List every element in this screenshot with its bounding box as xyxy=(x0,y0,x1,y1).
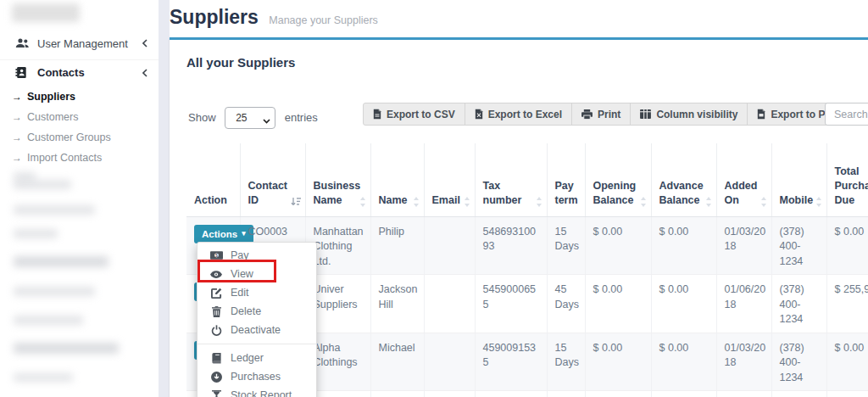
cell-mobile: (378) 400-1234 xyxy=(771,275,826,333)
redacted-content xyxy=(14,343,119,354)
actions-label: Actions xyxy=(202,229,237,239)
export-excel-button[interactable]: Export to Excel xyxy=(465,103,572,126)
column-header-pay-term: Pay term xyxy=(547,143,585,216)
cell-tax-number: 52965489001 xyxy=(475,391,547,397)
button-label: Print xyxy=(598,109,620,120)
arrow-right-icon: → xyxy=(12,131,22,143)
cell-total-purchase-due: $ 0.00 xyxy=(826,391,868,397)
column-visibility-button[interactable]: Column visibility xyxy=(630,103,748,126)
menu-item-label: Purchases xyxy=(231,371,281,383)
cell-total-purchase-due: $ 255,98 xyxy=(826,275,868,333)
show-entries: Show 25 entries xyxy=(188,107,318,129)
cell-mobile: (378) 400-1234 xyxy=(771,333,826,391)
cell-advance-balance: $ 0.00 xyxy=(651,333,716,391)
column-header-contact-id[interactable]: Contact ID xyxy=(240,143,305,216)
sidebar-item-label: User Management xyxy=(37,37,142,50)
cell-total-purchase-due: $ 0.00 xyxy=(826,333,868,391)
column-header-name[interactable]: Name xyxy=(370,143,424,216)
cell-tax-number: 54869310093 xyxy=(475,216,547,275)
cell-name: Mike McCubbin xyxy=(370,391,424,397)
csv-file-icon xyxy=(373,109,381,120)
trash-icon xyxy=(209,306,223,317)
pdf-file-icon xyxy=(757,109,765,120)
sort-icon xyxy=(413,197,420,207)
export-csv-button[interactable]: Export to CSV xyxy=(363,103,465,126)
sort-active-icon xyxy=(291,197,301,207)
cell-opening-balance: $ 0.00 xyxy=(585,391,651,397)
sort-icon xyxy=(536,197,542,207)
button-label: Export to Excel xyxy=(488,109,562,120)
column-header-email[interactable]: Email xyxy=(424,143,475,216)
cell-pay-term: 15 Days xyxy=(547,216,585,275)
cell-opening-balance: $ 0.00 xyxy=(585,275,651,333)
users-icon xyxy=(15,38,31,48)
cell-tax-number: 5459000655 xyxy=(475,275,547,333)
sidebar-item-contacts[interactable]: Contacts xyxy=(0,59,159,85)
column-header-total-purchase-due[interactable]: Total Purchase Due xyxy=(826,143,868,216)
menu-item-ledger[interactable]: Ledger xyxy=(198,349,316,367)
sidebar: User Management Contacts → Suppliers → C… xyxy=(0,0,159,397)
app-logo-redacted xyxy=(12,3,80,22)
sidebar-item-customers[interactable]: → Customers xyxy=(0,108,159,126)
cell-opening-balance: $ 0.00 xyxy=(585,216,651,275)
cell-advance-balance: $ 0.00 xyxy=(651,216,716,275)
chevron-left-icon xyxy=(142,65,148,81)
column-header-opening-balance[interactable]: Opening Balance xyxy=(585,143,651,216)
sidebar-item-import-contacts[interactable]: → Import Contacts xyxy=(0,148,159,167)
redacted-content xyxy=(14,373,73,382)
cell-pay-term: 30 Days xyxy=(547,391,585,397)
menu-item-deactivate[interactable]: Deactivate xyxy=(198,321,316,339)
card-title: All your Suppliers xyxy=(186,55,295,70)
stock-report-icon xyxy=(209,390,223,397)
menu-item-label: View xyxy=(231,268,253,280)
columns-icon xyxy=(640,109,651,119)
cell-added-on: 01/06/2018 xyxy=(716,275,771,333)
menu-item-label: Edit xyxy=(231,287,249,299)
sidebar-item-user-management[interactable]: User Management xyxy=(0,32,159,54)
button-label: Column visibility xyxy=(656,109,737,120)
button-label: Export to CSV xyxy=(387,109,455,120)
column-header-advance-balance[interactable]: Advance Balance xyxy=(651,143,716,216)
menu-item-view[interactable]: View xyxy=(198,265,316,283)
column-header-business-name[interactable]: Business Name xyxy=(305,143,370,216)
cell-name: Michael xyxy=(370,333,424,391)
sort-icon xyxy=(705,197,712,207)
menu-item-purchases[interactable]: Purchases xyxy=(198,367,316,386)
column-header-mobile[interactable]: Mobile xyxy=(771,143,826,216)
show-label: Show xyxy=(188,111,216,124)
sidebar-item-suppliers[interactable]: → Suppliers xyxy=(0,87,159,106)
sort-icon xyxy=(464,197,470,207)
chevron-left-icon xyxy=(142,36,148,51)
arrow-right-icon: → xyxy=(12,111,22,123)
edit-icon xyxy=(209,288,223,299)
sort-icon xyxy=(815,197,822,207)
menu-item-delete[interactable]: Delete xyxy=(198,302,316,321)
print-button[interactable]: Print xyxy=(571,103,631,126)
redacted-content xyxy=(14,205,95,215)
menu-item-stock-report[interactable]: Stock Report xyxy=(198,386,316,397)
address-book-icon xyxy=(15,66,31,79)
cell-added-on: 01/03/2018 xyxy=(716,333,771,391)
cell-email xyxy=(424,216,475,275)
entries-select[interactable]: 25 xyxy=(225,107,275,129)
redacted-content xyxy=(14,287,95,296)
cell-email xyxy=(424,391,475,397)
actions-dropdown-menu: $ Pay View Edit Delete Deactivate Ledger… xyxy=(197,242,317,397)
column-header-tax-number[interactable]: Tax number xyxy=(475,143,547,216)
menu-item-label: Ledger xyxy=(231,352,264,364)
row-actions-button[interactable]: Actions▾ xyxy=(194,225,253,243)
arrow-right-icon: → xyxy=(12,91,22,103)
sidebar-subitem-label: Suppliers xyxy=(27,91,75,103)
power-icon xyxy=(209,325,223,336)
ledger-icon xyxy=(209,353,223,364)
search-input[interactable] xyxy=(825,103,868,126)
menu-item-pay[interactable]: $ Pay xyxy=(198,246,316,265)
purchases-icon xyxy=(209,372,223,383)
cell-tax-number: 4590091535 xyxy=(475,333,547,391)
sidebar-item-customer-groups[interactable]: → Customer Groups xyxy=(0,128,159,147)
page-header: Suppliers Manage your Suppliers xyxy=(170,6,378,29)
cell-mobile: (378) 400-1234 xyxy=(771,216,826,275)
column-header-added-on[interactable]: Added On xyxy=(716,143,771,216)
menu-item-edit[interactable]: Edit xyxy=(198,283,316,302)
sidebar-subitem-label: Import Contacts xyxy=(27,152,102,164)
